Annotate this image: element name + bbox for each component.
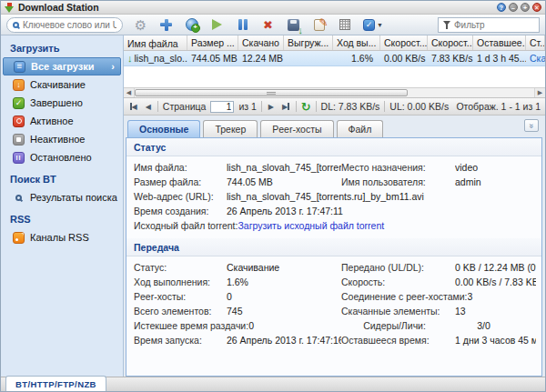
select-mode-button[interactable]: ✓ ▼ (363, 17, 383, 33)
tab-tracker[interactable]: Трекер (203, 120, 258, 137)
ul-speed: UL: 0.00 KB/s (389, 101, 449, 112)
edit-button[interactable] (312, 17, 326, 33)
edit-pencil-icon (314, 19, 325, 31)
field-label: Скорость: (341, 276, 455, 287)
column-header-size[interactable]: Размер ... (187, 35, 238, 50)
field-value: 26 Апрель 2013 г. 17:47:16 (227, 335, 341, 346)
sidebar-item-stopped[interactable]: II Остановлено (1, 148, 123, 166)
field-label: Истекшее время раздачи: (134, 320, 248, 331)
field-value: 0 KB / 12.24 MB (0%) (455, 262, 536, 273)
column-header-speed-down[interactable]: Скорост... (428, 35, 473, 50)
minimize-button[interactable]: – (509, 3, 518, 12)
column-header-status[interactable]: Ст... (526, 35, 545, 50)
grid-icon (339, 19, 350, 30)
field-label: Имя файла: (134, 162, 227, 173)
sidebar-item-rss-feeds[interactable]: Каналы RSS (1, 228, 123, 246)
sidebar-item-downloading[interactable]: ↓ Скачивание (1, 75, 123, 94)
help-button[interactable]: ? (497, 3, 506, 12)
horizontal-scrollbar[interactable]: ◀ ▶ (124, 87, 545, 98)
maximize-button[interactable]: + (521, 3, 530, 12)
list-icon: ≡ (14, 61, 25, 73)
last-page-button[interactable]: ▶ (280, 103, 291, 111)
resume-button[interactable] (210, 17, 224, 33)
scroll-right-arrow[interactable]: ▶ (534, 88, 545, 97)
refresh-icon[interactable]: ↻ (301, 101, 311, 113)
sidebar-item-active[interactable]: Активное (1, 112, 123, 130)
column-header-uploaded[interactable]: Выгруж... (284, 35, 333, 50)
main-area: Загрузить ≡ Все загрузки › ↓ Скачивание … (1, 35, 545, 377)
download-grid: Имя файла Размер ... Скачано Выгруж... Х… (124, 35, 545, 87)
field-label: Соединение с peer-хостами: (341, 291, 468, 302)
sidebar-item-inactive[interactable]: Неактивное (1, 130, 123, 148)
transfer-section-header: Передача (126, 238, 541, 256)
checkbox-icon: ✓ (363, 19, 375, 31)
search-results-icon (13, 192, 25, 204)
toolbar-buttons: ⚙ ✖ ✓ ▼ (134, 17, 383, 33)
field-label: Исходный файл torrent: (134, 220, 238, 231)
page-input[interactable] (210, 101, 234, 113)
globe-plus-icon (186, 18, 198, 31)
sidebar-item-all-downloads[interactable]: ≡ Все загрузки › (3, 57, 121, 75)
tab-file[interactable]: Файл (337, 120, 384, 137)
dropdown-arrow-icon: ▼ (377, 22, 383, 28)
sidebar-item-label: Неактивное (30, 134, 85, 145)
window-controls: ? – + ✕ (497, 3, 541, 12)
field-label: Статус: (134, 262, 227, 273)
field-label: Ход выполнения: (134, 276, 227, 287)
task-remaining: 1 d 3 h 45... (473, 53, 526, 64)
save-disk-icon (288, 19, 299, 31)
search-input[interactable] (23, 20, 116, 30)
sidebar-item-label: Каналы RSS (30, 232, 89, 243)
divider (157, 101, 158, 112)
sidebar-item-label: Активное (30, 116, 74, 126)
field-value: 0 (227, 291, 341, 302)
chevron-right-icon: › (111, 61, 115, 72)
column-header-speed-up[interactable]: Скорост... (380, 35, 428, 50)
divider (296, 101, 297, 112)
status-bar: BT/HTTP/FTP/NZB (1, 377, 545, 391)
save-button[interactable] (287, 17, 300, 33)
column-header-remaining[interactable]: Оставшее... (473, 35, 526, 50)
task-progress: 1.6% (333, 53, 380, 64)
field-value: 744.05 MB (227, 176, 341, 187)
field-label: Web-адрес (URL): (134, 191, 227, 202)
scroll-left-arrow[interactable]: ◀ (124, 88, 135, 97)
stopped-pause-icon: II (13, 152, 25, 164)
column-header-progress[interactable]: Ход вы... (333, 35, 380, 50)
download-torrent-link[interactable]: Загрузить исходный файл torrent (238, 220, 536, 231)
footer-tab-bt-http-ftp-nzb[interactable]: BT/HTTP/FTP/NZB (5, 376, 106, 391)
column-header-downloaded[interactable]: Скачано (238, 35, 284, 50)
tab-peers[interactable]: Peer-хосты (260, 120, 333, 137)
status-section-body: Имя файла: lish_na_slovah_745_[torrents … (126, 156, 541, 238)
add-url-button[interactable] (185, 17, 198, 33)
pause-button[interactable] (236, 17, 249, 33)
inactive-icon (13, 134, 25, 146)
first-page-button[interactable]: ◀ (128, 103, 139, 111)
window-title: Download Station (18, 2, 99, 13)
filter-input[interactable] (454, 20, 534, 30)
field-label: Время создания: (134, 206, 227, 216)
clear-completed-button[interactable] (338, 17, 351, 33)
settings-button[interactable]: ⚙ (134, 17, 147, 33)
task-downloaded: 12.24 MB (238, 53, 284, 64)
next-page-button[interactable]: ▶ (267, 103, 276, 111)
field-value: 1.6% (227, 276, 341, 287)
close-button[interactable]: ✕ (532, 3, 541, 12)
sidebar-item-label: Все загрузки (31, 61, 95, 72)
delete-button[interactable]: ✖ (261, 17, 275, 33)
play-icon (212, 19, 222, 30)
sidebar-item-search-results[interactable]: Результаты поиска (1, 188, 123, 206)
tab-general[interactable]: Основные (127, 120, 200, 137)
prev-page-button[interactable]: ◀ (144, 103, 153, 111)
field-label: Скачанные элементы: (341, 306, 455, 317)
scrollbar-thumb[interactable] (135, 89, 408, 96)
add-download-button[interactable] (159, 17, 173, 33)
collapse-panel-button[interactable]: » (524, 119, 539, 132)
search-box[interactable] (6, 17, 123, 33)
sidebar-item-completed[interactable]: ✓ Завершено (1, 94, 123, 112)
table-row[interactable]: ↓ lish_na_slo... 744.05 MB 12.24 MB 1.6%… (124, 51, 545, 66)
field-value: lish_na_slovah_745_[torrents.ru]_by_bm11… (227, 191, 536, 202)
column-header-name[interactable]: Имя файла (124, 35, 187, 50)
filter-box[interactable] (438, 17, 540, 33)
active-icon (13, 116, 25, 127)
